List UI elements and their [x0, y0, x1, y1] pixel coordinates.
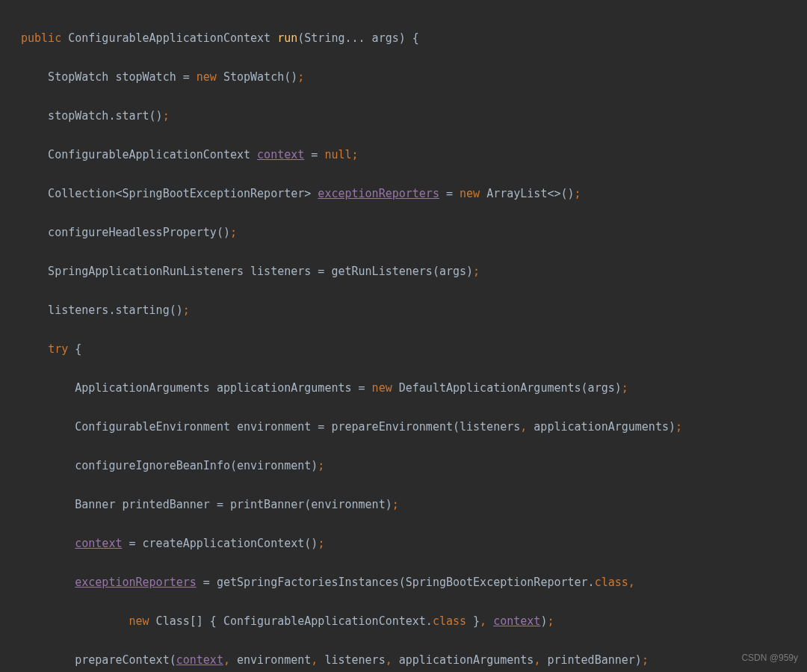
code-line: exceptionReporters = getSpringFactoriesI… — [0, 573, 807, 592]
code-line: prepareContext(context, environment, lis… — [0, 650, 807, 670]
code-line: Collection<SpringBootExceptionReporter> … — [0, 184, 807, 203]
code-line: ConfigurableEnvironment environment = pr… — [0, 417, 807, 437]
watermark: CSDN @959y — [741, 648, 798, 668]
var-exception-reporters: exceptionReporters — [318, 187, 439, 200]
code-line: ApplicationArguments applicationArgument… — [0, 378, 807, 398]
keyword-try: try — [48, 342, 68, 356]
code-line: public ConfigurableApplicationContext ru… — [0, 28, 807, 48]
code-line: context = createApplicationContext(); — [0, 534, 807, 553]
code-line: try { — [0, 339, 807, 359]
code-line: ConfigurableApplicationContext context =… — [0, 145, 807, 164]
keyword-public: public — [21, 31, 61, 45]
code-line: listeners.starting(); — [0, 300, 807, 320]
code-line: new Class[] { ConfigurableApplicationCon… — [0, 611, 807, 631]
code-editor[interactable]: public ConfigurableApplicationContext ru… — [0, 0, 807, 672]
code-line: SpringApplicationRunListeners listeners … — [0, 262, 807, 281]
code-line: Banner printedBanner = printBanner(envir… — [0, 495, 807, 514]
code-line: StopWatch stopWatch = new StopWatch(); — [0, 67, 807, 87]
code-line: stopWatch.start(); — [0, 106, 807, 126]
code-line: configureIgnoreBeanInfo(environment); — [0, 456, 807, 475]
var-context: context — [257, 148, 304, 161]
code-line: configureHeadlessProperty(); — [0, 223, 807, 242]
method-name: run — [277, 31, 297, 45]
